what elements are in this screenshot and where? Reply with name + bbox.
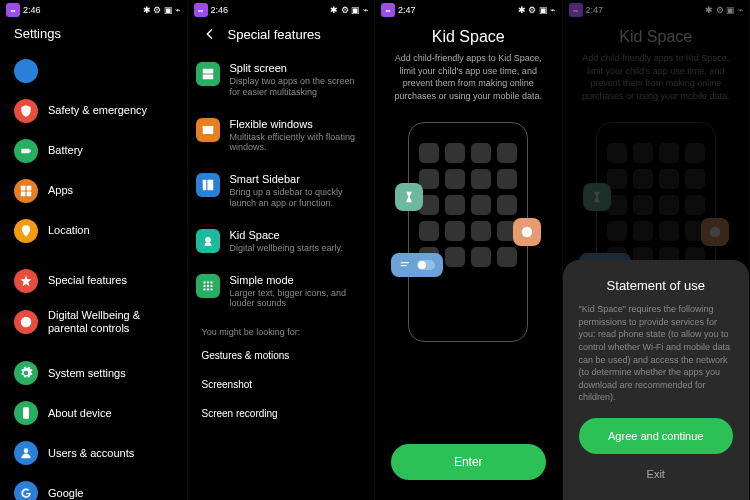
google-icon [14,481,38,500]
feature-item[interactable]: Kid SpaceDigital wellbeing starts early. [188,219,375,264]
settings-item-label: Digital Wellbeing & parental controls [48,309,173,335]
suggestion-item[interactable]: Gestures & motions [188,341,375,370]
page-title: Special features [228,27,321,42]
settings-item[interactable]: Location [8,211,179,251]
app-placeholder [445,195,465,215]
settings-item-label: System settings [48,367,126,380]
agree-button[interactable]: Agree and continue [579,418,734,454]
phone-icon [14,401,38,425]
hourglass-icon [395,183,423,211]
settings-item-label: Users & accounts [48,447,134,460]
feature-title: Flexible windows [230,118,367,130]
kid-space-description: Add child-friendly apps to Kid Space, li… [391,52,546,102]
header: Special features [188,20,375,52]
modal-text: "Kid Space" requires the following permi… [579,303,734,404]
feature-subtitle: Multitask efficiently with floating wind… [230,132,367,154]
gear-icon [14,361,38,385]
app-placeholder [419,221,439,241]
kid-icon [196,229,220,253]
settings-item-label: Google [48,487,83,500]
settings-item-label: Special features [48,274,127,287]
app-badge: ∞ [194,3,208,17]
modal-title: Statement of use [579,278,734,293]
feature-subtitle: Larger text, bigger icons, and louder so… [230,288,367,310]
grid-icon [196,274,220,298]
app-placeholder [471,143,491,163]
settings-item-label: Location [48,224,90,237]
settings-item-label: Battery [48,144,83,157]
kid-space-modal-screen: ∞2:47 ✱ ⚙ ▣ ⌁ Kid Space Add child-friend… [563,0,751,500]
app-badge: ∞ [381,3,395,17]
enter-button[interactable]: Enter [391,444,546,480]
settings-item[interactable]: About device [8,393,179,433]
app-placeholder [445,143,465,163]
app-placeholder [445,247,465,267]
shield-icon [14,99,38,123]
wellbeing-icon [14,310,38,334]
sidebar-icon [196,173,220,197]
feature-subtitle: Display two apps on the screen for easie… [230,76,367,98]
feature-subtitle: Bring up a sidebar to quickly launch an … [230,187,367,209]
feature-item[interactable]: Split screenDisplay two apps on the scre… [188,52,375,108]
feature-title: Split screen [230,62,367,74]
settings-item-label: Safety & emergency [48,104,147,117]
battery-icon [14,139,38,163]
suggestion-item[interactable]: Screen recording [188,399,375,428]
child-face-icon [513,218,541,246]
status-bar: ∞2:47 ✱ ⚙ ▣ ⌁ [375,0,562,20]
suggestion-item[interactable]: Screenshot [188,370,375,399]
app-placeholder [497,247,517,267]
app-placeholder [419,143,439,163]
feature-subtitle: Digital wellbeing starts early. [230,243,343,254]
window-icon [196,118,220,142]
settings-item[interactable]: Safety & emergency [8,91,179,131]
settings-screen: ∞2:46 ✱ ⚙ ▣ ⌁ Settings Safety & emergenc… [0,0,188,500]
settings-item[interactable]: Battery [8,131,179,171]
settings-item-label: Apps [48,184,73,197]
app-placeholder [471,247,491,267]
status-time: 2:47 [398,5,416,15]
status-bar: ∞2:46 ✱ ⚙ ▣ ⌁ [0,0,187,20]
partial-item-icon [14,59,38,83]
app-placeholder [497,195,517,215]
feature-item[interactable]: Smart SidebarBring up a sidebar to quick… [188,163,375,219]
apps-icon [14,179,38,203]
settings-item[interactable]: Digital Wellbeing & parental controls [8,301,179,343]
status-time: 2:46 [23,5,41,15]
status-icons: ✱ ⚙ ▣ ⌁ [330,5,368,15]
app-placeholder [471,195,491,215]
suggestions-header: You might be looking for: [188,319,375,341]
app-placeholder [497,143,517,163]
feature-item[interactable]: Flexible windowsMultitask efficiently wi… [188,108,375,164]
special-features-screen: ∞2:46 ✱ ⚙ ▣ ⌁ Special features Split scr… [188,0,376,500]
app-placeholder [471,169,491,189]
feature-item[interactable]: Simple modeLarger text, bigger icons, an… [188,264,375,320]
exit-button[interactable]: Exit [579,462,734,486]
app-placeholder [471,221,491,241]
settings-item[interactable]: Apps [8,171,179,211]
status-bar: ∞2:46 ✱ ⚙ ▣ ⌁ [188,0,375,20]
kid-space-title: Kid Space [432,28,505,46]
feature-title: Smart Sidebar [230,173,367,185]
settings-item-label: About device [48,407,112,420]
settings-item[interactable]: Google [8,473,179,500]
feature-title: Simple mode [230,274,367,286]
status-icons: ✱ ⚙ ▣ ⌁ [143,5,181,15]
phone-illustration [408,122,528,342]
settings-item[interactable]: Special features [8,261,179,301]
toggle-illustration [391,253,443,277]
location-icon [14,219,38,243]
settings-item[interactable]: System settings [8,353,179,393]
back-icon[interactable] [202,26,218,42]
split-icon [196,62,220,86]
kid-space-intro-screen: ∞2:47 ✱ ⚙ ▣ ⌁ Kid Space Add child-friend… [375,0,563,500]
statement-modal: Statement of use "Kid Space" requires th… [563,260,750,500]
status-icons: ✱ ⚙ ▣ ⌁ [518,5,556,15]
app-placeholder [445,221,465,241]
app-placeholder [497,169,517,189]
app-placeholder [445,169,465,189]
app-placeholder [419,169,439,189]
app-badge: ∞ [6,3,20,17]
status-time: 2:46 [211,5,229,15]
settings-item[interactable]: Users & accounts [8,433,179,473]
